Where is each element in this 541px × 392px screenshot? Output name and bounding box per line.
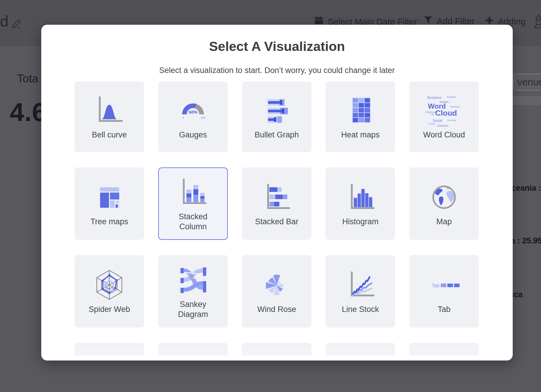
rocket-icon[interactable] [532, 14, 541, 31]
spider-web-icon [91, 268, 128, 301]
tile-label: Histogram [342, 217, 378, 227]
tile-spider-web[interactable]: Spider Web [75, 255, 144, 328]
tile-wind-rose[interactable]: Wind Rose [242, 255, 311, 328]
background-table-band [513, 96, 541, 105]
chart-label-partial: ica [512, 290, 523, 299]
tile-label: Tree maps [90, 217, 128, 227]
map-globe-icon [425, 181, 463, 214]
tile-sankey-diagram[interactable]: Sankey Diagram [158, 255, 228, 328]
sankey-diagram-icon [174, 263, 212, 296]
tile-label: Word Cloud [423, 130, 465, 140]
tile-map[interactable]: Map [409, 167, 479, 240]
tile-tree-maps[interactable]: Tree maps [75, 167, 144, 240]
screen: d Select Main Date Filter Add Filter [0, 0, 541, 392]
tab-icon-text: Tab [431, 283, 439, 288]
word-cloud-word: Social [433, 119, 442, 123]
edit-pencil-icon[interactable] [11, 17, 22, 30]
tile-partial[interactable] [242, 343, 311, 356]
bell-curve-icon [91, 94, 128, 127]
tile-gauges[interactable]: 60% 0 100 Gauges [158, 82, 228, 152]
tile-heat-maps[interactable]: Heat maps [326, 82, 395, 152]
tile-label: Bullet Graph [255, 130, 299, 140]
tile-stacked-bar[interactable]: Stacked Bar [242, 167, 311, 240]
tab-icon: Tab [425, 268, 463, 301]
word-cloud-word: Business [427, 96, 442, 100]
tile-stacked-column[interactable]: Stacked Column [158, 167, 228, 240]
tile-label: Sankey Diagram [166, 299, 220, 319]
chart-label-oceania-partial: ceania : 8 [512, 184, 541, 193]
tile-partial[interactable] [409, 343, 479, 356]
visualization-grid: Bell curve 60% 0 100 Gauges [75, 82, 479, 356]
heat-maps-icon [342, 94, 379, 127]
wind-rose-icon [258, 268, 295, 301]
word-cloud-word: Cloud [435, 109, 457, 118]
stacked-bar-icon [258, 181, 295, 214]
select-visualization-modal: Select A Visualization Select a visualiz… [41, 25, 513, 361]
word-cloud-word: Economy [447, 119, 456, 121]
line-stock-icon [342, 268, 379, 301]
tile-partial[interactable] [326, 343, 395, 356]
tile-label: Tab [438, 304, 451, 314]
board-title-partial: d [0, 12, 9, 30]
modal-title: Select A Visualization [41, 39, 513, 54]
word-cloud-icon: Business Analytics BigData Word Marketin… [425, 94, 463, 127]
tile-label: Heat maps [341, 130, 380, 140]
word-cloud-word: Marketing [450, 106, 459, 108]
tile-bell-curve[interactable]: Bell curve [75, 82, 144, 152]
tile-partial[interactable] [75, 343, 144, 356]
word-cloud-word: Analytics [447, 96, 456, 98]
tile-bullet-graph[interactable]: Bullet Graph [242, 82, 311, 152]
tile-line-stock[interactable]: Line Stock [326, 255, 395, 328]
modal-subtitle: Select a visualization to start. Don’t w… [41, 66, 513, 75]
tile-word-cloud[interactable]: Business Analytics BigData Word Marketin… [409, 82, 479, 152]
revenue-chip-partial[interactable]: venue [513, 74, 541, 91]
tile-label: Stacked Bar [255, 217, 298, 227]
tile-partial[interactable] [158, 343, 228, 356]
tile-label: Bell curve [92, 130, 127, 140]
tile-histogram[interactable]: Histogram [326, 167, 395, 240]
tile-label: Spider Web [89, 304, 130, 314]
tile-label: Stacked Column [166, 212, 220, 232]
gauge-min: 0 [182, 116, 184, 119]
tile-label: Line Stock [342, 304, 379, 314]
kpi-label-partial: Tota [17, 72, 38, 85]
word-cloud-word: HR [431, 113, 434, 116]
gauges-icon: 60% 0 100 [174, 94, 212, 127]
tile-label: Wind Rose [257, 304, 296, 314]
tile-label: Gauges [179, 130, 207, 140]
gauge-value: 60% [189, 110, 197, 114]
tree-maps-icon [91, 181, 128, 214]
word-cloud-word: Database [437, 124, 449, 127]
histogram-icon [342, 181, 379, 214]
tile-label: Map [436, 217, 452, 227]
gauge-max: 100 [201, 116, 205, 119]
tile-tab[interactable]: Tab Tab [409, 255, 479, 328]
stacked-column-icon [174, 176, 212, 209]
bullet-graph-icon [258, 94, 295, 127]
word-cloud-word: Fitness [428, 123, 435, 125]
